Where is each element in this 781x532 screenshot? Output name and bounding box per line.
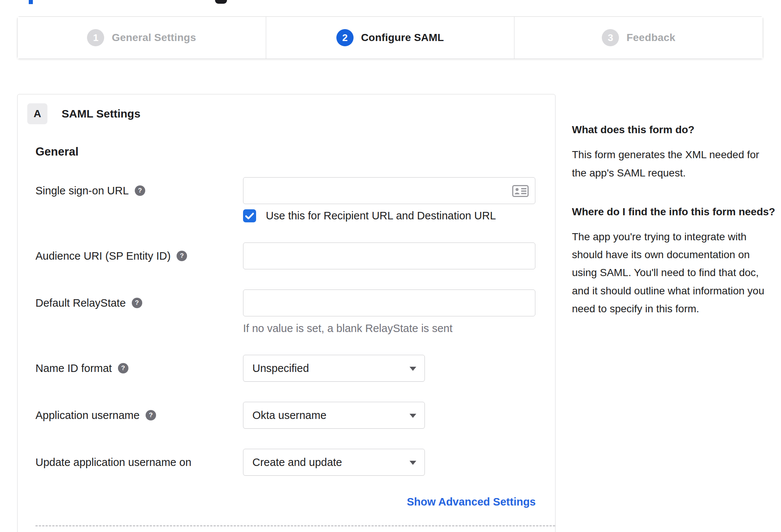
default-relaystate-label: Default RelayState bbox=[35, 297, 126, 309]
section-header: A SAML Settings bbox=[27, 103, 534, 124]
application-username-select[interactable]: Okta username bbox=[243, 402, 425, 429]
show-advanced-settings-link[interactable]: Show Advanced Settings bbox=[407, 496, 536, 508]
step-3-badge: 3 bbox=[602, 29, 619, 46]
help-paragraph-what: This form generates the XML needed for t… bbox=[572, 146, 777, 182]
application-username-controls: Okta username bbox=[243, 402, 534, 429]
help-icon[interactable]: ? bbox=[177, 251, 187, 261]
contact-card-icon bbox=[512, 185, 529, 197]
update-app-username-selected-value: Create and update bbox=[252, 456, 342, 469]
default-relaystate-helper-text: If no value is set, a blank RelayState i… bbox=[243, 322, 535, 335]
field-row-update-app-username: Update application username on Create an… bbox=[35, 449, 534, 476]
field-row-name-id-format: Name ID format ? Unspecified bbox=[35, 355, 534, 382]
single-sign-on-url-input[interactable] bbox=[243, 177, 535, 204]
help-icon[interactable]: ? bbox=[146, 410, 156, 420]
section-title: SAML Settings bbox=[62, 107, 140, 120]
help-icon[interactable]: ? bbox=[135, 185, 145, 196]
update-app-username-select[interactable]: Create and update bbox=[243, 449, 425, 476]
field-row-default-relaystate: Default RelayState ? If no value is set,… bbox=[35, 290, 534, 335]
name-id-format-select[interactable]: Unspecified bbox=[243, 355, 425, 382]
application-username-label-cell: Application username ? bbox=[35, 402, 243, 429]
step-3-label: Feedback bbox=[626, 32, 675, 44]
recipient-url-checkbox[interactable] bbox=[243, 209, 256, 222]
audience-uri-label-cell: Audience URI (SP Entity ID) ? bbox=[35, 242, 243, 269]
chevron-down-icon bbox=[410, 414, 416, 418]
help-paragraph-where: The app you're trying to integrate with … bbox=[572, 228, 777, 318]
chevron-down-icon bbox=[410, 461, 416, 465]
update-app-username-label: Update application username on bbox=[35, 456, 192, 469]
step-general-settings[interactable]: 1 General Settings bbox=[18, 17, 266, 59]
application-username-selected-value: Okta username bbox=[252, 409, 326, 422]
advanced-settings-row: Show Advanced Settings bbox=[35, 496, 536, 508]
dashed-divider bbox=[35, 525, 555, 526]
audience-uri-label: Audience URI (SP Entity ID) bbox=[35, 250, 171, 262]
step-2-badge: 2 bbox=[336, 29, 354, 46]
default-relaystate-input-wrap bbox=[243, 290, 535, 316]
update-app-username-controls: Create and update bbox=[243, 449, 534, 476]
default-relaystate-label-cell: Default RelayState ? bbox=[35, 290, 243, 316]
step-feedback[interactable]: 3 Feedback bbox=[514, 17, 763, 59]
name-id-format-label: Name ID format bbox=[35, 362, 112, 375]
wizard-stepper: 1 General Settings 2 Configure SAML 3 Fe… bbox=[17, 16, 763, 59]
field-row-application-username: Application username ? Okta username bbox=[35, 402, 534, 429]
step-1-badge: 1 bbox=[87, 29, 104, 46]
single-sign-on-url-input-wrap bbox=[243, 177, 535, 204]
application-username-label: Application username bbox=[35, 409, 140, 422]
update-app-username-label-cell: Update application username on bbox=[35, 449, 243, 476]
section-a-badge: A bbox=[27, 103, 47, 124]
single-sign-on-url-label: Single sign-on URL bbox=[35, 185, 129, 197]
default-relaystate-controls: If no value is set, a blank RelayState i… bbox=[243, 290, 535, 335]
cut-off-logo-fragment bbox=[215, 0, 227, 4]
step-1-label: General Settings bbox=[112, 32, 196, 44]
checkmark-icon bbox=[245, 213, 254, 219]
help-icon[interactable]: ? bbox=[132, 298, 142, 308]
default-relaystate-input[interactable] bbox=[243, 290, 535, 316]
saml-settings-panel: A SAML Settings General Single sign-on U… bbox=[17, 94, 556, 532]
recipient-url-checkbox-row: Use this for Recipient URL and Destinati… bbox=[243, 209, 535, 222]
help-heading-what: What does this form do? bbox=[572, 122, 777, 138]
name-id-format-selected-value: Unspecified bbox=[252, 362, 309, 375]
field-row-audience-uri: Audience URI (SP Entity ID) ? bbox=[35, 242, 534, 269]
audience-uri-controls bbox=[243, 242, 535, 269]
step-configure-saml[interactable]: 2 Configure SAML bbox=[266, 17, 515, 59]
step-2-label: Configure SAML bbox=[361, 32, 444, 44]
audience-uri-input[interactable] bbox=[243, 242, 535, 269]
name-id-format-label-cell: Name ID format ? bbox=[35, 355, 243, 382]
single-sign-on-url-controls: Use this for Recipient URL and Destinati… bbox=[243, 177, 535, 222]
name-id-format-controls: Unspecified bbox=[243, 355, 534, 382]
audience-uri-input-wrap bbox=[243, 242, 535, 269]
help-panel: What does this form do? This form genera… bbox=[572, 122, 777, 339]
help-heading-where: Where do I find the info this form needs… bbox=[572, 204, 777, 220]
cut-off-blue-element bbox=[29, 0, 33, 4]
general-group-heading: General bbox=[35, 145, 534, 159]
help-icon[interactable]: ? bbox=[118, 363, 128, 373]
single-sign-on-url-label-cell: Single sign-on URL ? bbox=[35, 177, 243, 204]
chevron-down-icon bbox=[410, 367, 416, 371]
field-row-single-sign-on-url: Single sign-on URL ? bbox=[35, 177, 534, 222]
recipient-url-checkbox-label: Use this for Recipient URL and Destinati… bbox=[266, 210, 496, 222]
